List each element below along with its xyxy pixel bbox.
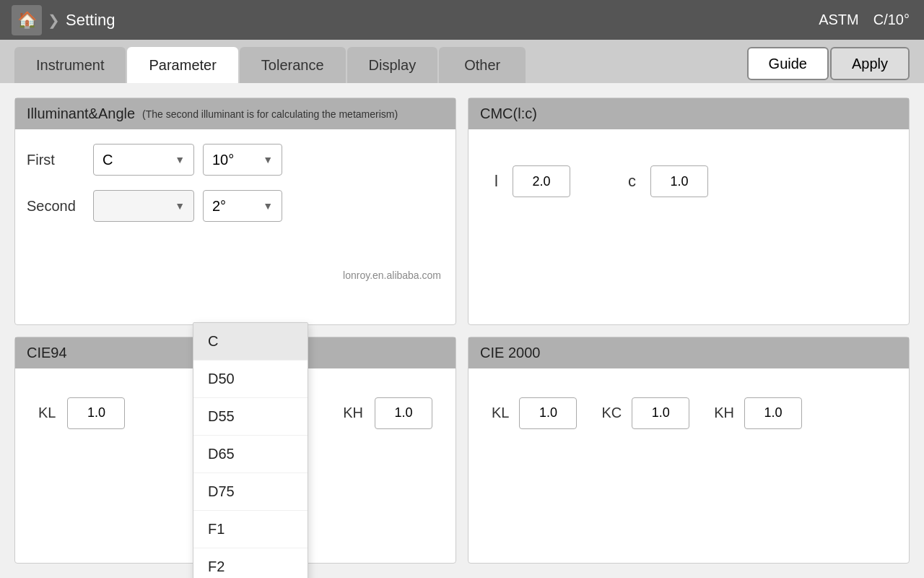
page-title: Setting: [66, 11, 116, 30]
cie94-kh-label: KH: [343, 405, 363, 421]
first-illuminant-value: C: [103, 152, 113, 168]
cmc-l-label: l: [494, 172, 498, 191]
dropdown-arrow-first: ▼: [175, 154, 185, 165]
illuminant-card-header: Illuminant&Angle (The second illuminant …: [15, 98, 456, 129]
dropdown-arrow-angle-second: ▼: [263, 200, 273, 212]
cie2000-kh-input[interactable]: 1.0: [744, 397, 802, 429]
cie2000-row: KL 1.0 KC 1.0 KH 1.0: [480, 383, 897, 444]
cie2000-card: CIE 2000 KL 1.0 KC 1.0 KH 1.0: [468, 337, 910, 564]
cie2000-title: CIE 2000: [480, 345, 540, 361]
illuminant-card: Illuminant&Angle (The second illuminant …: [14, 98, 456, 325]
breadcrumb-separator: ❯: [48, 12, 60, 29]
main-content: Illuminant&Angle (The second illuminant …: [0, 83, 924, 578]
cie94-kh-input[interactable]: 1.0: [375, 397, 432, 429]
cie94-kl-input[interactable]: 1.0: [67, 397, 125, 429]
tab-tolerance[interactable]: Tolerance: [240, 47, 346, 83]
tab-display[interactable]: Display: [347, 47, 438, 83]
second-label: Second: [27, 198, 84, 215]
tab-instrument[interactable]: Instrument: [14, 47, 126, 83]
cmc-card: CMC(l:c) l 2.0 c 1.0: [468, 98, 910, 325]
dropdown-option-d55[interactable]: D55: [193, 398, 308, 436]
cmc-c-input[interactable]: 1.0: [650, 165, 708, 197]
cmc-c-label: c: [628, 172, 636, 191]
guide-button[interactable]: Guide: [747, 47, 829, 80]
first-row: First C ▼ 10° ▼: [27, 144, 444, 176]
home-button[interactable]: 🏠: [12, 5, 42, 35]
header: 🏠 ❯ Setting ASTM C/10°: [0, 0, 924, 40]
header-info: ASTM C/10°: [819, 12, 910, 28]
cie2000-kh-label: KH: [714, 405, 734, 421]
cmc-title: CMC(l:c): [480, 105, 537, 122]
second-angle-value: 2°: [212, 198, 226, 215]
cie2000-card-header: CIE 2000: [468, 337, 909, 368]
mode-label: C/10°: [873, 12, 910, 28]
dropdown-option-d65[interactable]: D65: [193, 436, 308, 473]
watermark: lonroy.en.alibaba.com: [343, 269, 441, 281]
first-angle-value: 10°: [212, 152, 234, 168]
illuminant-title: Illuminant&Angle: [27, 105, 135, 122]
first-illuminant-dropdown[interactable]: C ▼: [93, 144, 194, 176]
illuminant-subtitle: (The second illuminant is for calculatin…: [142, 108, 398, 120]
cie2000-kl-input[interactable]: 1.0: [519, 397, 577, 429]
second-row: Second ▼ 2° ▼: [27, 190, 444, 222]
illuminant-dropdown-menu: C D50 D55 D65 D75 F1 F2: [193, 322, 308, 578]
tab-parameter[interactable]: Parameter: [127, 47, 237, 83]
tab-other[interactable]: Other: [439, 47, 526, 83]
dropdown-option-f2[interactable]: F2: [193, 548, 308, 578]
cie2000-kc-input[interactable]: 1.0: [632, 397, 689, 429]
dropdown-option-f1[interactable]: F1: [193, 511, 308, 548]
cmc-l-input[interactable]: 2.0: [513, 165, 570, 197]
dropdown-option-d75[interactable]: D75: [193, 473, 308, 511]
cie2000-kl-label: KL: [492, 405, 509, 421]
dropdown-arrow-second: ▼: [175, 200, 185, 212]
first-label: First: [27, 152, 84, 168]
cmc-row: l 2.0 c 1.0: [480, 144, 897, 219]
cmc-card-body: l 2.0 c 1.0: [468, 129, 909, 233]
second-illuminant-dropdown[interactable]: ▼: [93, 190, 194, 222]
cie94-kl-label: KL: [38, 405, 56, 421]
illuminant-card-body: First C ▼ 10° ▼ Second ▼ 2°: [15, 129, 456, 251]
dropdown-option-d50[interactable]: D50: [193, 361, 308, 398]
dropdown-option-c[interactable]: C: [193, 323, 308, 361]
dropdown-arrow-angle-first: ▼: [263, 154, 273, 165]
second-angle-dropdown[interactable]: 2° ▼: [203, 190, 282, 222]
tab-bar: Instrument Parameter Tolerance Display O…: [0, 40, 924, 83]
cmc-card-header: CMC(l:c): [468, 98, 909, 129]
cie94-title: CIE94: [27, 345, 67, 361]
cie2000-card-body: KL 1.0 KC 1.0 KH 1.0: [468, 368, 909, 458]
first-angle-dropdown[interactable]: 10° ▼: [203, 144, 282, 176]
astm-label: ASTM: [819, 12, 859, 28]
home-icon: 🏠: [17, 11, 37, 30]
cie2000-kc-label: KC: [601, 405, 622, 421]
apply-button[interactable]: Apply: [830, 47, 910, 80]
